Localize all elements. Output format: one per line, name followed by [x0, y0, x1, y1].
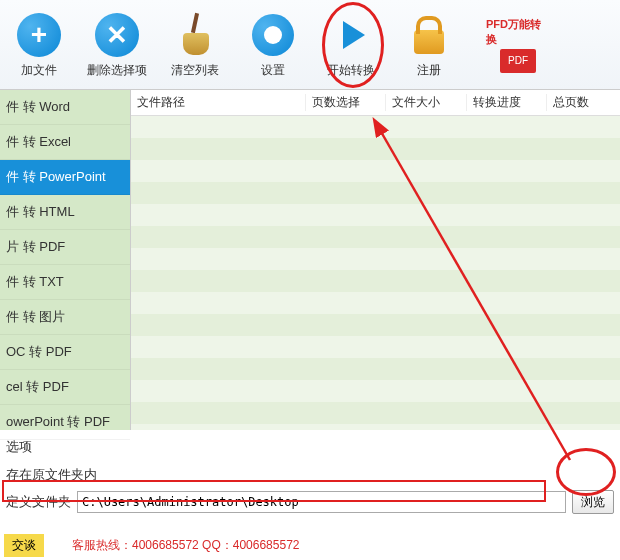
brand-text: PFD万能转换 [486, 17, 550, 47]
remove-selection-button[interactable]: ✕ 删除选择项 [78, 0, 156, 89]
table-row [131, 204, 620, 226]
sidebar-item-2[interactable]: 件 转 PowerPoint [0, 160, 130, 195]
options-panel: 选项 存在原文件夹内 定义文件夹 浏览 [0, 430, 620, 518]
x-icon: ✕ [95, 13, 139, 57]
sidebar-item-5[interactable]: 件 转 TXT [0, 265, 130, 300]
sidebar-item-8[interactable]: cel 转 PDF [0, 370, 130, 405]
sidebar-item-1[interactable]: 件 转 Excel [0, 125, 130, 160]
custom-folder-label[interactable]: 定义文件夹 [6, 493, 71, 511]
col-total[interactable]: 总页数 [547, 94, 620, 111]
settings-label: 设置 [261, 62, 285, 79]
clear-label: 清空列表 [171, 62, 219, 79]
start-label: 开始转换 [327, 62, 375, 79]
sidebar: 件 转 Word件 转 Excel件 转 PowerPoint件 转 HTML片… [0, 90, 130, 430]
start-convert-button[interactable]: 开始转换 [312, 0, 390, 89]
table-row [131, 116, 620, 138]
sidebar-item-0[interactable]: 件 转 Word [0, 90, 130, 125]
col-pages[interactable]: 页数选择 [306, 94, 386, 111]
table-row [131, 226, 620, 248]
footer: 交谈 客服热线：4006685572 QQ：4006685572 [0, 532, 620, 558]
brand-logo: PFD万能转换 PDF [468, 0, 568, 89]
add-file-label: 加文件 [21, 62, 57, 79]
table-row [131, 402, 620, 424]
gear-icon [252, 14, 294, 56]
toolbar: + 加文件 ✕ 删除选择项 清空列表 设置 开始转换 注册 PFD万能转换 PD… [0, 0, 620, 90]
play-icon [343, 21, 365, 49]
table-row [131, 336, 620, 358]
add-file-button[interactable]: + 加文件 [0, 0, 78, 89]
main-area: 件 转 Word件 转 Excel件 转 PowerPoint件 转 HTML片… [0, 90, 620, 430]
sidebar-item-3[interactable]: 件 转 HTML [0, 195, 130, 230]
register-label: 注册 [417, 62, 441, 79]
remove-label: 删除选择项 [87, 62, 147, 79]
table-row [131, 160, 620, 182]
plus-icon: + [17, 13, 61, 57]
sidebar-item-4[interactable]: 片 转 PDF [0, 230, 130, 265]
broom-icon [175, 13, 215, 57]
settings-button[interactable]: 设置 [234, 0, 312, 89]
table-header: 文件路径 页数选择 文件大小 转换进度 总页数 [131, 90, 620, 116]
col-path[interactable]: 文件路径 [131, 94, 306, 111]
table-row [131, 292, 620, 314]
sidebar-item-9[interactable]: owerPoint 转 PDF [0, 405, 130, 440]
save-in-source-option[interactable]: 存在原文件夹内 [6, 466, 614, 484]
col-size[interactable]: 文件大小 [386, 94, 466, 111]
lock-icon [414, 30, 444, 54]
table-body[interactable] [131, 116, 620, 430]
clear-list-button[interactable]: 清空列表 [156, 0, 234, 89]
browse-button[interactable]: 浏览 [572, 490, 614, 514]
table-row [131, 138, 620, 160]
chat-button[interactable]: 交谈 [4, 534, 44, 557]
sidebar-item-7[interactable]: OC 转 PDF [0, 335, 130, 370]
table-row [131, 380, 620, 402]
table-row [131, 182, 620, 204]
sidebar-item-6[interactable]: 件 转 图片 [0, 300, 130, 335]
options-title: 选项 [6, 438, 614, 456]
table-row [131, 358, 620, 380]
table-row [131, 270, 620, 292]
content-area: 文件路径 页数选择 文件大小 转换进度 总页数 [130, 90, 620, 430]
hotline-text: 客服热线：4006685572 QQ：4006685572 [72, 537, 299, 554]
custom-folder-input[interactable] [77, 491, 566, 513]
table-row [131, 314, 620, 336]
register-button[interactable]: 注册 [390, 0, 468, 89]
table-row [131, 248, 620, 270]
pdf-badge-icon: PDF [500, 49, 536, 73]
col-progress[interactable]: 转换进度 [467, 94, 547, 111]
